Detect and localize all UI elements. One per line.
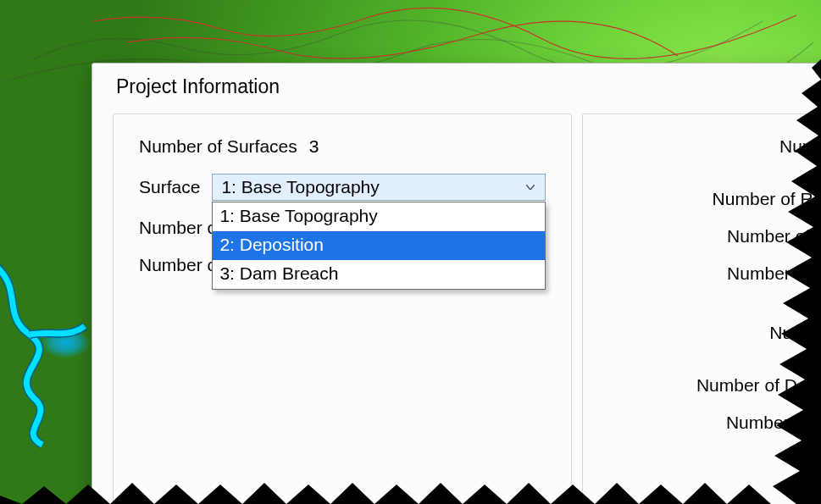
surface-combobox[interactable]: 1: Base Topography bbox=[212, 174, 546, 201]
right-panel: Numb Number of Rai Number of V Number of… bbox=[582, 114, 821, 504]
row-surface-selector: Surface 1: Base Topography 1: Base Topog… bbox=[139, 174, 546, 201]
right-info-row: Number of Depo bbox=[608, 375, 821, 396]
surface-option[interactable]: 3: Dam Breach bbox=[213, 260, 545, 289]
surface-combobox-selected: 1: Base Topography bbox=[221, 177, 524, 197]
surface-combobox-wrap: 1: Base Topography 1: Base Topography 2:… bbox=[212, 174, 546, 201]
right-info-row: Number of B bbox=[608, 263, 821, 284]
right-info-label: Number of B bbox=[727, 263, 821, 284]
right-info-label: Numbe bbox=[769, 323, 821, 343]
surface-option[interactable]: 2: Deposition bbox=[213, 231, 545, 260]
chevron-down-icon bbox=[524, 181, 536, 193]
right-info-label: Number of Rai bbox=[713, 189, 821, 209]
project-information-dialog: Project Information Number of Surfaces 3… bbox=[92, 63, 821, 504]
right-info-row: Number of V bbox=[608, 226, 821, 246]
right-info-label: Number of V bbox=[727, 226, 821, 246]
surface-dropdown: 1: Base Topography 2: Deposition 3: Dam … bbox=[212, 202, 546, 290]
surfaces-panel: Number of Surfaces 3 Surface 1: Base Top… bbox=[113, 114, 572, 504]
label-number-of-surfaces: Number of Surfaces bbox=[139, 136, 297, 157]
surface-option[interactable]: 1: Base Topography bbox=[213, 202, 545, 231]
right-info-row: Numbe bbox=[608, 323, 821, 343]
value-number-of-surfaces: 3 bbox=[309, 136, 319, 157]
right-info-label: Numb bbox=[779, 136, 821, 157]
row-number-of-surfaces: Number of Surfaces 3 bbox=[139, 136, 546, 157]
right-info-label: Number of D bbox=[726, 413, 821, 433]
right-info-label: Number of Depo bbox=[696, 375, 821, 396]
dialog-title: Project Information bbox=[92, 64, 821, 114]
label-surface: Surface bbox=[139, 177, 200, 197]
dialog-body: Number of Surfaces 3 Surface 1: Base Top… bbox=[92, 114, 821, 504]
right-info-row: Number of Rai bbox=[608, 189, 821, 209]
right-info-row: Number of D bbox=[608, 413, 821, 433]
right-info-row: Numb bbox=[608, 136, 821, 157]
